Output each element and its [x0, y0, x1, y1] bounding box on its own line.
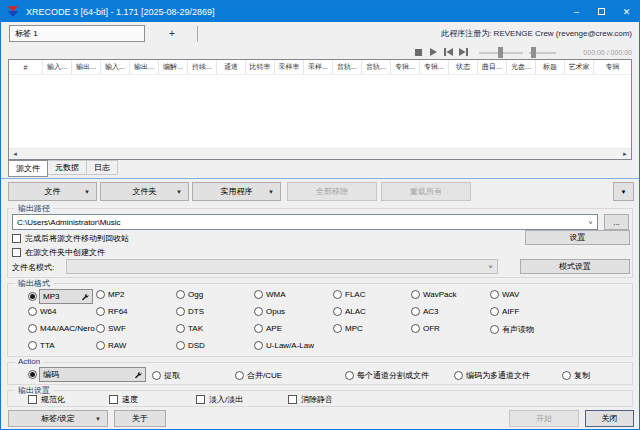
add-tab-button[interactable]: +	[159, 25, 185, 42]
tab-log[interactable]: 日志	[87, 160, 118, 175]
format-radio-w64[interactable]: W64	[28, 307, 56, 316]
scroll-right-icon[interactable]: ►	[619, 149, 631, 159]
tab-metadata[interactable]: 元数据	[48, 160, 87, 175]
remove-all-button[interactable]: 全部移除	[287, 182, 377, 201]
column-header[interactable]: 音轨...	[333, 60, 362, 74]
remove-silence-checkbox[interactable]: 消除静音	[288, 394, 333, 405]
create-in-source-checkbox[interactable]: 在源文件夹中创建文件	[12, 247, 105, 258]
play-button[interactable]	[426, 47, 441, 58]
utilities-menu-button[interactable]: 实用程序 ▼	[192, 182, 281, 201]
about-button[interactable]: 关于	[114, 410, 166, 427]
column-header[interactable]: 专辑	[594, 60, 631, 74]
action-radio-copy[interactable]: 复制	[562, 370, 590, 381]
format-radio-ape[interactable]: APE	[254, 324, 282, 333]
format-radio-dts[interactable]: DTS	[176, 307, 204, 316]
volume-slider[interactable]	[529, 47, 556, 58]
action-radio-extract[interactable]: 提取	[152, 370, 180, 381]
seek-thumb[interactable]	[498, 47, 503, 58]
file-list-body[interactable]	[9, 75, 631, 148]
close-window-button[interactable]: ✕	[614, 1, 639, 22]
column-header[interactable]: 曲目...	[478, 60, 507, 74]
column-header[interactable]: 比特率	[246, 60, 275, 74]
format-radio-ofr[interactable]: OFR	[411, 324, 440, 333]
stop-button[interactable]	[411, 47, 426, 58]
column-header[interactable]: #	[9, 60, 43, 74]
column-header[interactable]: 采样...	[304, 60, 333, 74]
format-radio-audiobook[interactable]: 有声读物	[490, 324, 534, 335]
scrollbar-track[interactable]	[21, 149, 619, 159]
next-track-button[interactable]	[456, 47, 471, 58]
volume-thumb[interactable]	[531, 47, 536, 58]
previous-track-button[interactable]	[441, 47, 456, 58]
fade-checkbox[interactable]: 淡入/淡出	[196, 394, 243, 405]
column-header[interactable]: 光盘...	[507, 60, 536, 74]
format-radio-raw[interactable]: RAW	[96, 341, 126, 350]
format-radio-swf[interactable]: SWF	[96, 324, 126, 333]
minimize-button[interactable]: –	[564, 1, 589, 22]
horizontal-scrollbar[interactable]: ◄ ►	[9, 148, 631, 159]
file-menu-button[interactable]: 文件 ▼	[8, 182, 97, 201]
format-selected-box-mp3[interactable]: MP3	[39, 289, 93, 304]
action-radio-merge-cue[interactable]: 合并/CUE	[235, 370, 282, 381]
format-radio-aiff[interactable]: AIFF	[490, 307, 519, 316]
seek-slider[interactable]	[479, 47, 523, 58]
format-radio-ulaw-alaw[interactable]: U-Law/A-Law	[254, 341, 314, 350]
format-radio-mpc[interactable]: MPC	[333, 324, 363, 333]
column-header[interactable]: 音轨...	[362, 60, 391, 74]
format-radio-ac3[interactable]: AC3	[411, 307, 439, 316]
column-header[interactable]: 持续...	[188, 60, 217, 74]
tab-label-1[interactable]: 标签 1	[9, 25, 145, 42]
column-header[interactable]: 采样率	[275, 60, 304, 74]
format-radio-dsd[interactable]: DSD	[176, 341, 205, 350]
action-selected-box-encode[interactable]: 编码	[39, 367, 146, 382]
tab-source-files[interactable]: 源文件	[8, 160, 48, 177]
column-header[interactable]: 输入...	[43, 60, 72, 74]
pattern-settings-button[interactable]: 模式设置	[520, 259, 630, 274]
column-header[interactable]: 通道	[217, 60, 246, 74]
action-radio-encode[interactable]	[28, 370, 37, 379]
start-button[interactable]: 开始	[509, 410, 579, 427]
action-radio-multichannel[interactable]: 编码为多通道文件	[454, 370, 530, 381]
column-header[interactable]: 专辑...	[391, 60, 420, 74]
format-radio-alac[interactable]: ALAC	[333, 307, 366, 316]
maximize-button[interactable]	[589, 1, 614, 22]
column-header[interactable]: 状态	[449, 60, 478, 74]
browse-path-button[interactable]: ...	[604, 214, 629, 230]
column-header[interactable]: 输入...	[101, 60, 130, 74]
column-header[interactable]: 艺术家	[565, 60, 594, 74]
tags-presets-button[interactable]: 标签/设定 ▼	[8, 410, 108, 427]
format-radio-mp3[interactable]	[28, 292, 37, 301]
format-radio-mp2[interactable]: MP2	[96, 290, 124, 299]
move-to-recycle-checkbox[interactable]: 完成后将源文件移动到回收站	[12, 233, 129, 244]
close-button[interactable]: 关闭	[585, 410, 634, 427]
speed-checkbox[interactable]: 速度	[109, 394, 138, 405]
path-settings-button[interactable]: 设置	[525, 230, 630, 245]
format-radio-wav[interactable]: WAV	[490, 290, 519, 299]
column-header[interactable]: 标题	[536, 60, 565, 74]
radio-circle	[454, 371, 463, 380]
column-header[interactable]: 输出...	[130, 60, 159, 74]
wrench-icon[interactable]	[134, 371, 142, 379]
filename-pattern-combobox[interactable]: ∨	[66, 259, 498, 274]
format-radio-opus[interactable]: Opus	[254, 307, 285, 316]
wrench-icon[interactable]	[81, 293, 89, 301]
format-radio-m4a-aac-nero[interactable]: M4A/AAC/Nero	[28, 324, 95, 333]
output-path-combobox[interactable]: C:\Users\Administrator\Music ∨	[12, 214, 598, 230]
column-header[interactable]: 编解...	[159, 60, 188, 74]
normalize-checkbox[interactable]: 规范化	[28, 394, 65, 405]
format-radio-rf64[interactable]: RF64	[96, 307, 128, 316]
file-list: # 输入... 输出... 输入... 输出... 编解... 持续... 通道…	[8, 59, 632, 160]
column-header[interactable]: 专辑...	[420, 60, 449, 74]
column-header[interactable]: 输出...	[72, 60, 101, 74]
reload-all-button[interactable]: 重载所有	[381, 182, 471, 201]
folder-menu-button[interactable]: 文件夹 ▼	[100, 182, 189, 201]
format-radio-flac[interactable]: FLAC	[333, 290, 365, 299]
scroll-left-icon[interactable]: ◄	[9, 149, 21, 159]
format-radio-wma[interactable]: WMA	[254, 290, 286, 299]
format-radio-tta[interactable]: TTA	[28, 341, 55, 350]
action-radio-split-channels[interactable]: 每个通道分割成文件	[345, 370, 429, 381]
toolbar-more-dropdown-button[interactable]: ▼	[613, 182, 634, 201]
format-radio-tak[interactable]: TAK	[176, 324, 203, 333]
format-radio-ogg[interactable]: Ogg	[176, 290, 203, 299]
format-radio-wavpack[interactable]: WavPack	[411, 290, 457, 299]
